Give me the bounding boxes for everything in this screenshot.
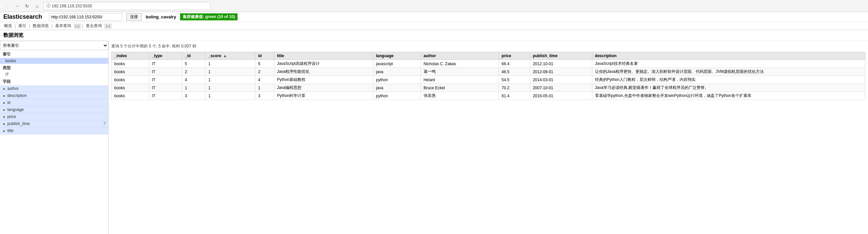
col-header-type[interactable]: _type: [149, 52, 182, 60]
tab-index[interactable]: 索引: [17, 22, 28, 29]
sidebar-item-type-it[interactable]: IT: [0, 71, 108, 78]
table-cell-author: Helant: [421, 76, 499, 84]
type-section-label: 类型: [0, 64, 108, 71]
col-header-price[interactable]: price: [499, 52, 530, 60]
table-cell-description: Java学习必读经典,殿堂级著作！赢得了全球程序员的广泛赞誉。: [592, 84, 865, 92]
table-cell-language: java: [373, 68, 421, 76]
table-cell-title: Java编程思想: [274, 84, 373, 92]
col-header-description[interactable]: description: [592, 52, 865, 60]
table-cell-language: python: [373, 92, 421, 100]
table-header-row: _index _type _id _score ▲ id title langu…: [112, 52, 865, 60]
sidebar-field-price[interactable]: ► price: [0, 113, 108, 120]
refresh-button[interactable]: ↻: [23, 2, 31, 10]
table-cell-_score: 1: [206, 84, 255, 92]
sidebar-field-language[interactable]: ► language: [0, 106, 108, 113]
table-cell-_index: books: [112, 92, 149, 100]
browser-url: 192.168.119.152:9100: [52, 4, 92, 8]
content-area: 查询 5 个分片中用的 5 个, 5 命中. 耗时 0.007 秒 _index…: [108, 41, 868, 234]
field-arrow-icon: ►: [3, 115, 6, 119]
field-question-icon: ?: [103, 121, 105, 126]
table-cell-language: javascript: [373, 60, 421, 68]
table-cell-publish_time: 2016-05-01: [530, 92, 592, 100]
table-cell-publish_time: 2012-10-01: [530, 60, 592, 68]
table-cell-description: JavaScript技术经典名著: [592, 60, 865, 68]
table-cell-author: Bruce Eckel: [421, 84, 499, 92]
table-cell-_index: books: [112, 84, 149, 92]
app-title: Elasticsearch: [3, 13, 42, 20]
table-cell-id: 2: [255, 68, 274, 76]
table-cell-_id: 5: [182, 60, 206, 68]
field-arrow-icon: ►: [3, 101, 6, 105]
field-arrow-icon: ►: [3, 122, 6, 126]
table-cell-_id: 1: [182, 84, 206, 92]
table-cell-id: 5: [255, 60, 274, 68]
table-cell-_index: books: [112, 68, 149, 76]
table-cell-author: 张若愚: [421, 92, 499, 100]
connect-button[interactable]: 连接: [126, 13, 142, 21]
sidebar-item-books[interactable]: books: [0, 58, 108, 64]
sidebar-field-description[interactable]: ► description: [0, 92, 108, 99]
table-cell-publish_time: 2012-08-01: [530, 68, 592, 76]
tab-complex-query[interactable]: 复合查询: [85, 22, 103, 29]
field-arrow-icon: ►: [3, 94, 6, 97]
table-cell-author: 葛一鸣: [421, 68, 499, 76]
table-cell-id: 1: [255, 84, 274, 92]
table-cell-_score: 1: [206, 92, 255, 100]
table-cell-price: 70.2: [499, 84, 530, 92]
table-row[interactable]: booksIT111Java编程思想javaBruce Eckel70.2200…: [112, 84, 865, 92]
results-table: _index _type _id _score ▲ id title langu…: [111, 52, 865, 100]
table-cell-_type: IT: [149, 60, 182, 68]
col-header-language[interactable]: language: [373, 52, 421, 60]
field-arrow-icon: ►: [3, 87, 6, 91]
tab-overview[interactable]: 概览: [3, 22, 13, 29]
col-header-id2[interactable]: id: [255, 52, 274, 60]
sidebar-field-publish-time[interactable]: ► publish_time ?: [0, 120, 108, 127]
table-cell-language: java: [373, 84, 421, 92]
table-cell-_score: 1: [206, 60, 255, 68]
col-header-author[interactable]: author: [421, 52, 499, 60]
table-cell-publish_time: 2014-03-01: [530, 76, 592, 84]
table-row[interactable]: booksIT313Python科学计算python张若愚81.42016-05…: [112, 92, 865, 100]
info-icon: ⓘ: [46, 3, 51, 9]
browser-url-bar[interactable]: ⓘ 192.168.119.152:9100: [43, 2, 211, 10]
tab-data-browse[interactable]: 数据浏览: [31, 22, 50, 29]
table-cell-_score: 1: [206, 68, 255, 76]
table-cell-price: 46.5: [499, 68, 530, 76]
nav-tabs: 概览 | 索引 | 数据浏览 | 基本查询 [+] | 复合查询 [+]: [0, 22, 868, 30]
connection-url-input[interactable]: [49, 13, 122, 21]
table-cell-title: JavaScript高级程序设计: [274, 60, 373, 68]
table-row[interactable]: booksIT212Java程序性能优化java葛一鸣46.52012-08-0…: [112, 68, 865, 76]
table-cell-publish_time: 2007-10-01: [530, 84, 592, 92]
col-header-publish-time[interactable]: publish_time: [530, 52, 592, 60]
table-cell-author: Nicholas C. Zakas: [421, 60, 499, 68]
tab-basic-query[interactable]: 基本查询: [54, 22, 72, 29]
table-cell-_id: 3: [182, 92, 206, 100]
table-row[interactable]: booksIT515JavaScript高级程序设计javascriptNich…: [112, 60, 865, 68]
sidebar-field-title[interactable]: ► title: [0, 127, 108, 135]
table-cell-description: 经典的Python入门教程，层次鲜明，结构严谨，内容翔实: [592, 76, 865, 84]
table-cell-_index: books: [112, 76, 149, 84]
index-select[interactable]: 所有索引: [0, 41, 108, 50]
table-cell-description: 零基础学python,光盘中作者独家整合开发winPython运行环境，涵盖了P…: [592, 92, 865, 100]
tab-basic-query-add[interactable]: [+]: [74, 24, 81, 28]
app-header: Elasticsearch 连接 boling_cavalry 集群健康值: g…: [0, 12, 868, 22]
col-header-title[interactable]: title: [274, 52, 373, 60]
back-button[interactable]: ←: [3, 2, 11, 10]
cluster-health-badge: 集群健康值: green (10 of 10): [180, 13, 238, 20]
col-header-score[interactable]: _score ▲: [206, 52, 255, 60]
sidebar-field-author[interactable]: ► author: [0, 85, 108, 92]
col-header-index[interactable]: _index: [112, 52, 149, 60]
cluster-name: boling_cavalry: [146, 14, 176, 20]
table-row[interactable]: booksIT414Python基础教程pythonHelant54.52014…: [112, 76, 865, 84]
home-button[interactable]: ⌂: [33, 2, 41, 10]
field-arrow-icon: ►: [3, 108, 6, 112]
index-section-label: 索引: [0, 50, 108, 58]
col-header-id[interactable]: _id: [182, 52, 206, 60]
sidebar-field-id[interactable]: ► id: [0, 99, 108, 106]
forward-button[interactable]: →: [13, 2, 21, 10]
sort-asc-icon: ▲: [223, 54, 227, 58]
tab-complex-query-add[interactable]: [+]: [104, 24, 112, 28]
table-cell-_type: IT: [149, 68, 182, 76]
sidebar: 所有索引 索引 books 类型 IT 字段 ► author ► descri…: [0, 41, 108, 234]
page-title-bar: 数据浏览: [0, 30, 868, 41]
